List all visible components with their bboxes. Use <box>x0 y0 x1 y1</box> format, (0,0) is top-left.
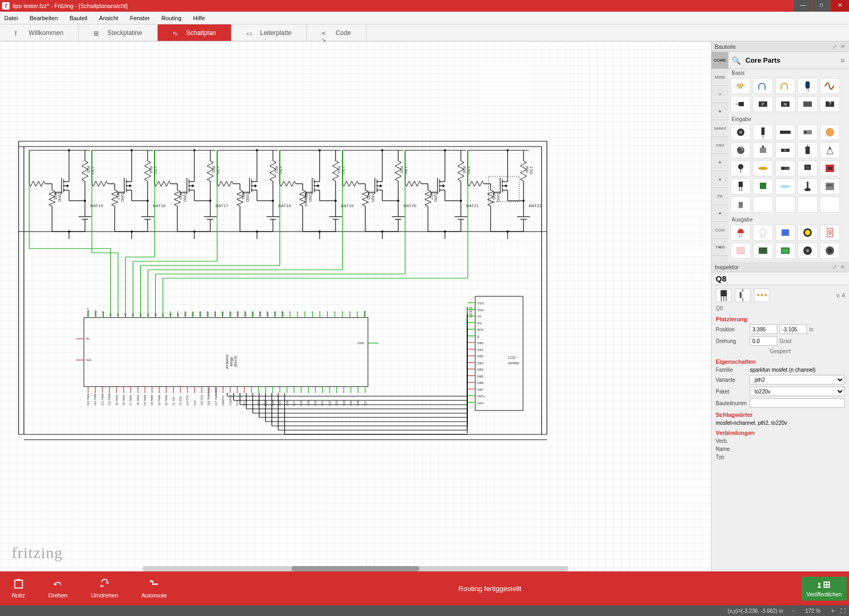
action-drehen[interactable]: Drehen <box>37 578 79 598</box>
part-thumbnail[interactable] <box>731 160 751 176</box>
part-thumbnail[interactable] <box>753 160 773 176</box>
part-thumbnail[interactable] <box>753 142 773 158</box>
rotation-input[interactable] <box>750 336 777 346</box>
part-thumbnail[interactable] <box>731 178 751 194</box>
bin-PA[interactable]: PA <box>711 188 728 205</box>
bin-MINE[interactable]: MINE <box>711 69 728 86</box>
part-thumbnail[interactable] <box>820 196 840 212</box>
part-thumbnail[interactable] <box>797 225 818 241</box>
horizontal-scrollbar[interactable] <box>142 566 569 571</box>
part-thumbnail[interactable] <box>797 196 818 212</box>
part-thumbnail[interactable] <box>820 160 840 176</box>
bin-CON TRIB[interactable]: CON TRIB <box>711 222 728 239</box>
svg-text:DB6: DB6 <box>477 381 484 384</box>
part-thumbnail[interactable]: 8 <box>820 225 840 241</box>
position-y-input[interactable] <box>779 324 807 334</box>
part-thumbnail[interactable]: ? <box>820 96 840 112</box>
bin-i3[interactable]: ● <box>711 103 728 120</box>
part-thumbnail[interactable] <box>731 142 751 158</box>
part-thumbnail[interactable] <box>753 225 773 241</box>
part-thumbnail[interactable] <box>820 78 840 94</box>
part-thumbnail[interactable] <box>753 78 773 94</box>
schematic-canvas[interactable]: R151.5ΩR16220ΩBAT15R181.5ΩR17220ΩBAT16R2… <box>0 41 711 571</box>
package-select[interactable]: to220v <box>750 387 845 396</box>
part-thumbnail[interactable] <box>753 196 773 212</box>
position-x-input[interactable] <box>750 324 777 334</box>
part-thumbnail[interactable] <box>797 124 818 140</box>
part-thumbnail[interactable]: N <box>775 96 795 112</box>
search-icon[interactable]: 🔍 <box>728 53 743 68</box>
bin-∞[interactable]: ∞ <box>711 86 728 103</box>
menu-bauteil[interactable]: Bauteil <box>70 15 88 21</box>
zoom-in-button[interactable]: + <box>828 608 837 614</box>
menu-datei[interactable]: Datei <box>4 15 18 21</box>
part-thumbnail[interactable] <box>797 142 818 158</box>
tab-willkommen[interactable]: fWillkommen <box>0 24 79 41</box>
tab-code[interactable]: < >Code <box>307 24 366 41</box>
menu-routing[interactable]: Routing <box>161 15 182 21</box>
menu-hilfe[interactable]: Hilfe <box>193 15 205 21</box>
panel-pin-buttons[interactable]: ⤢ ✕ <box>833 44 846 49</box>
maximize-button[interactable]: □ <box>812 0 830 12</box>
part-thumbnail[interactable]: RFID <box>820 178 840 194</box>
partno-input[interactable] <box>750 398 845 408</box>
variant-select[interactable]: pth2 <box>750 375 845 384</box>
close-button[interactable]: ✕ <box>831 0 849 12</box>
part-thumbnail[interactable] <box>775 142 795 158</box>
part-thumbnail[interactable] <box>731 243 751 259</box>
part-icon-variant[interactable] <box>735 288 751 302</box>
part-thumbnail[interactable] <box>731 96 751 112</box>
svg-text:R28: R28 <box>462 166 466 173</box>
bin-intel[interactable]: intel <box>711 137 728 154</box>
part-thumbnail[interactable] <box>731 225 751 241</box>
part-thumbnail[interactable] <box>797 243 818 259</box>
action-umdrehen[interactable]: Umdrehen <box>79 578 130 598</box>
menu-fenster[interactable]: Fenster <box>130 15 150 21</box>
zoom-fit-button[interactable]: ⛶ <box>837 608 849 614</box>
part-thumbnail[interactable] <box>753 178 773 194</box>
part-thumbnail[interactable] <box>775 225 795 241</box>
part-thumbnail[interactable] <box>753 124 773 140</box>
part-thumbnail[interactable] <box>775 124 795 140</box>
panel-pin-buttons[interactable]: ⤢ ✕ <box>833 264 846 270</box>
part-thumbnail[interactable] <box>775 78 795 94</box>
menu-ansicht[interactable]: Ansicht <box>99 15 118 21</box>
part-thumbnail[interactable] <box>731 78 751 94</box>
part-thumbnail[interactable] <box>797 78 818 94</box>
bin-i7[interactable]: ● <box>711 171 728 188</box>
minimize-button[interactable]: — <box>794 0 812 12</box>
part-thumbnail[interactable] <box>753 243 773 259</box>
part-thumbnail[interactable] <box>731 124 751 140</box>
zoom-out-button[interactable]: − <box>788 608 798 614</box>
bin-i11[interactable]: ● <box>711 239 728 256</box>
tab-steckplatine[interactable]: ⊞Steckplatine <box>79 24 157 41</box>
part-thumbnail[interactable] <box>820 124 840 140</box>
part-thumbnail[interactable] <box>775 160 795 176</box>
publish-button[interactable]: Veröffentlichen <box>801 577 847 601</box>
bin-i9[interactable]: ● <box>711 205 728 222</box>
svg-text:E: E <box>477 335 479 338</box>
part-icon-variant[interactable] <box>716 288 732 302</box>
bin-seeed[interactable]: seeed <box>711 120 728 137</box>
tab-schaltplan[interactable]: ∿Schaltplan <box>158 24 231 41</box>
part-thumbnail[interactable] <box>820 243 840 259</box>
part-thumbnail[interactable] <box>820 142 840 158</box>
part-thumbnail[interactable] <box>797 160 818 176</box>
bin-CORE[interactable]: CORE <box>711 52 728 69</box>
part-thumbnail[interactable] <box>797 96 818 112</box>
action-notiz[interactable]: Notiz <box>0 578 37 598</box>
menu-bearbeiten[interactable]: Bearbeiten <box>30 15 58 21</box>
part-thumbnail[interactable] <box>775 178 795 194</box>
action-autoroute[interactable]: Autoroute <box>130 578 179 598</box>
part-thumbnail[interactable] <box>775 243 795 259</box>
bin-i6[interactable]: ● <box>711 154 728 171</box>
tab-leiterplatte[interactable]: ▭Leiterplatte <box>231 24 307 41</box>
lock-toggle[interactable]: Gesperrt <box>711 347 849 356</box>
part-thumbnail[interactable] <box>731 196 751 212</box>
part-thumbnail[interactable] <box>775 196 795 212</box>
part-thumbnail[interactable] <box>797 178 818 194</box>
part-icon-variant[interactable] <box>754 288 770 302</box>
bin-menu[interactable]: ≡ <box>836 56 849 65</box>
svg-rect-623 <box>782 249 788 253</box>
part-thumbnail[interactable]: P <box>753 96 773 112</box>
